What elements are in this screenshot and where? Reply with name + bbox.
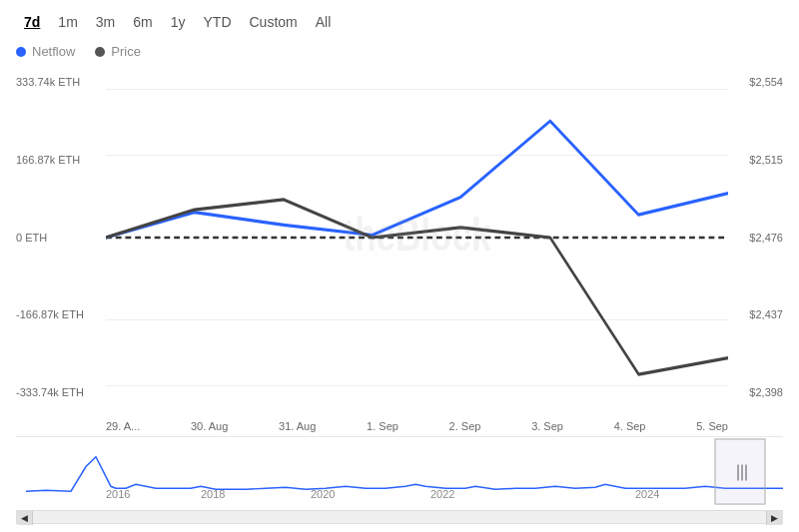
legend-dot-blue bbox=[16, 47, 26, 57]
x-axis-label: 1. Sep bbox=[367, 420, 399, 432]
time-btn-all[interactable]: All bbox=[308, 10, 340, 34]
y-axis-left-label: -166.87k ETH bbox=[16, 309, 106, 320]
svg-text:2024: 2024 bbox=[635, 488, 659, 500]
svg-text:2020: 2020 bbox=[311, 488, 335, 500]
chart-legend: NetflowPrice bbox=[16, 44, 783, 59]
y-axis-right-label: $2,398 bbox=[728, 387, 783, 398]
time-btn-6m[interactable]: 6m bbox=[125, 10, 160, 34]
svg-text:2016: 2016 bbox=[106, 488, 130, 500]
time-range-selector: 7d1m3m6m1yYTDCustomAll bbox=[16, 10, 783, 34]
y-axis-left-label: 0 ETH bbox=[16, 233, 106, 244]
scroll-right-btn[interactable]: ▶ bbox=[766, 511, 782, 525]
y-axis-right-label: $2,437 bbox=[728, 309, 783, 320]
legend-item-netflow: Netflow bbox=[16, 44, 75, 59]
time-btn-custom[interactable]: Custom bbox=[242, 10, 306, 34]
legend-label: Price bbox=[111, 44, 141, 59]
x-axis-label: 29. A... bbox=[106, 420, 140, 432]
mini-chart-svg: 2016 2018 2020 2022 2024 bbox=[16, 437, 783, 508]
x-axis-label: 5. Sep bbox=[696, 420, 728, 432]
main-chart: 333.74k ETH166.87k ETH0 ETH-166.87k ETH-… bbox=[16, 73, 783, 432]
chart-plot-area: theBlock bbox=[106, 73, 728, 402]
time-btn-3m[interactable]: 3m bbox=[88, 10, 123, 34]
y-axis-right: $2,554$2,515$2,476$2,437$2,398 bbox=[728, 73, 783, 402]
time-btn-7d[interactable]: 7d bbox=[16, 10, 48, 34]
legend-label: Netflow bbox=[32, 44, 75, 59]
x-axis-label: 3. Sep bbox=[531, 420, 563, 432]
x-axis-label: 4. Sep bbox=[614, 420, 646, 432]
x-axis-label: 30. Aug bbox=[191, 420, 228, 432]
main-container: 7d1m3m6m1yYTDCustomAll NetflowPrice 333.… bbox=[0, 0, 799, 532]
scroll-left-btn[interactable]: ◀ bbox=[17, 511, 33, 525]
y-axis-right-label: $2,476 bbox=[728, 233, 783, 244]
time-btn-ytd[interactable]: YTD bbox=[196, 10, 240, 34]
y-axis-left-label: 166.87k ETH bbox=[16, 155, 106, 166]
svg-rect-11 bbox=[715, 439, 765, 504]
y-axis-right-label: $2,515 bbox=[728, 155, 783, 166]
y-axis-left-label: -333.74k ETH bbox=[16, 387, 106, 398]
legend-item-price: Price bbox=[95, 44, 141, 59]
time-btn-1m[interactable]: 1m bbox=[50, 10, 85, 34]
y-axis-left: 333.74k ETH166.87k ETH0 ETH-166.87k ETH-… bbox=[16, 73, 106, 402]
mini-chart: 2016 2018 2020 2022 2024 bbox=[16, 436, 783, 508]
svg-text:2022: 2022 bbox=[430, 488, 454, 500]
x-axis-label: 2. Sep bbox=[449, 420, 481, 432]
y-axis-left-label: 333.74k ETH bbox=[16, 77, 106, 88]
watermark-text: theBlock bbox=[344, 209, 491, 261]
time-btn-1y[interactable]: 1y bbox=[163, 10, 194, 34]
main-chart-svg: theBlock bbox=[106, 73, 728, 402]
y-axis-right-label: $2,554 bbox=[728, 77, 783, 88]
legend-dot-gray bbox=[95, 47, 105, 57]
svg-rect-5 bbox=[16, 437, 783, 508]
x-axis: 29. A...30. Aug31. Aug1. Sep2. Sep3. Sep… bbox=[106, 408, 728, 432]
scrollbar[interactable]: ◀ ▶ bbox=[16, 510, 783, 524]
chart-wrapper: 333.74k ETH166.87k ETH0 ETH-166.87k ETH-… bbox=[16, 73, 783, 524]
x-axis-label: 31. Aug bbox=[279, 420, 316, 432]
